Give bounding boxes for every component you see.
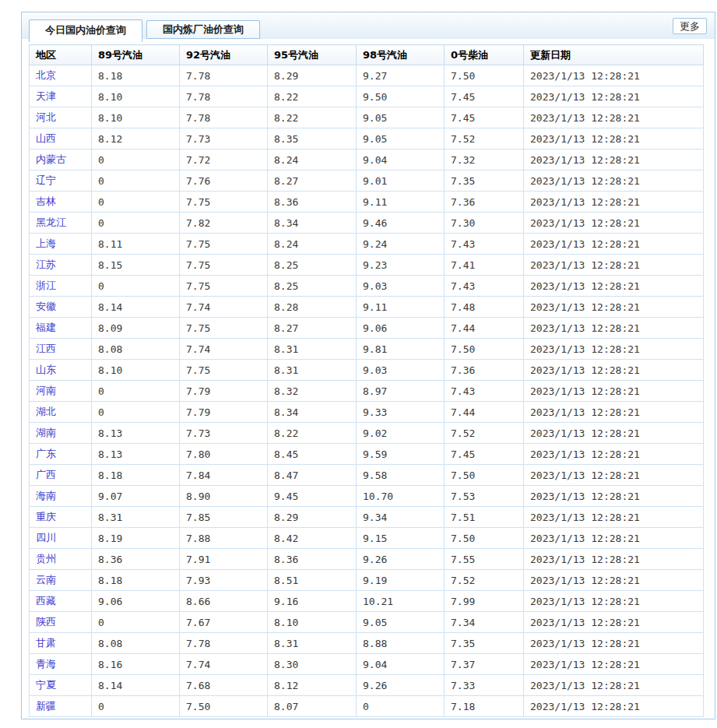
region-cell: 四川 — [30, 528, 92, 549]
region-link[interactable]: 北京 — [36, 69, 56, 81]
region-link[interactable]: 宁夏 — [36, 679, 56, 691]
table-row: 宁夏8.147.688.129.267.332023/1/13 12:28:21 — [30, 675, 704, 696]
price-cell: 8.13 — [92, 444, 180, 465]
region-link[interactable]: 江苏 — [36, 258, 56, 270]
price-cell: 7.72 — [180, 149, 268, 171]
price-cell: 7.50 — [445, 528, 524, 549]
region-link[interactable]: 重庆 — [36, 511, 56, 522]
price-cell: 9.46 — [357, 213, 445, 234]
region-link[interactable]: 湖南 — [36, 427, 56, 438]
region-link[interactable]: 上海 — [36, 237, 56, 249]
region-cell: 云南 — [30, 570, 92, 591]
region-link[interactable]: 辽宁 — [36, 174, 56, 186]
table-row: 河南07.798.328.977.432023/1/13 12:28:21 — [30, 381, 704, 402]
price-cell: 8.27 — [268, 171, 357, 192]
price-cell: 9.02 — [357, 423, 445, 444]
more-button[interactable]: 更多 — [673, 18, 707, 34]
region-link[interactable]: 天津 — [36, 90, 56, 102]
region-cell: 宁夏 — [30, 675, 92, 696]
price-cell: 8.18 — [92, 65, 180, 86]
price-cell: 8.36 — [92, 549, 180, 570]
region-link[interactable]: 河北 — [36, 111, 56, 123]
price-cell: 7.78 — [180, 65, 268, 86]
price-cell: 7.78 — [180, 86, 268, 107]
price-cell: 8.51 — [268, 570, 357, 591]
price-cell: 9.03 — [357, 360, 445, 381]
price-cell: 7.99 — [445, 591, 524, 612]
region-cell: 西藏 — [30, 591, 92, 612]
price-cell: 7.82 — [180, 213, 268, 234]
price-cell: 8.88 — [357, 633, 445, 654]
region-link[interactable]: 广西 — [36, 469, 56, 480]
tab-refinery-oil-price[interactable]: 国内炼厂油价查询 — [146, 20, 260, 39]
region-link[interactable]: 陕西 — [36, 616, 56, 628]
table-row: 浙江07.758.259.037.432023/1/13 12:28:21 — [30, 276, 704, 297]
region-cell: 河北 — [30, 107, 92, 128]
region-link[interactable]: 内蒙古 — [36, 153, 66, 165]
price-cell: 9.19 — [357, 570, 445, 591]
price-cell: 8.45 — [268, 444, 357, 465]
region-cell: 广东 — [30, 444, 92, 465]
region-link[interactable]: 青海 — [36, 658, 56, 670]
region-link[interactable]: 河南 — [36, 385, 56, 396]
price-cell: 7.33 — [445, 675, 524, 696]
region-link[interactable]: 甘肃 — [36, 637, 56, 649]
region-cell: 海南 — [30, 486, 92, 507]
update-date-cell: 2023/1/13 12:28:21 — [524, 549, 704, 570]
price-cell: 0 — [92, 612, 180, 633]
region-link[interactable]: 吉林 — [36, 195, 56, 207]
region-link[interactable]: 浙江 — [36, 280, 56, 291]
price-cell: 9.05 — [357, 612, 445, 633]
price-cell: 7.80 — [180, 444, 268, 465]
price-cell: 7.44 — [445, 402, 524, 423]
region-link[interactable]: 海南 — [36, 490, 56, 501]
price-cell: 0 — [92, 149, 180, 171]
update-date-cell: 2023/1/13 12:28:21 — [524, 423, 704, 444]
update-date-cell: 2023/1/13 12:28:21 — [524, 528, 704, 549]
price-cell: 9.23 — [357, 255, 445, 276]
region-link[interactable]: 江西 — [36, 343, 56, 354]
price-cell: 7.52 — [445, 128, 524, 149]
region-link[interactable]: 黑龙江 — [36, 216, 66, 228]
tab-domestic-oil-price-today[interactable]: 今日国内油价查询 — [29, 19, 142, 42]
table-row: 福建8.097.758.279.067.442023/1/13 12:28:21 — [30, 318, 704, 339]
update-date-cell: 2023/1/13 12:28:21 — [524, 675, 704, 696]
region-cell: 广西 — [30, 465, 92, 486]
update-date-cell: 2023/1/13 12:28:21 — [524, 360, 704, 381]
region-link[interactable]: 西藏 — [36, 595, 56, 607]
region-link[interactable]: 福建 — [36, 322, 56, 333]
table-row: 山东8.107.758.319.037.362023/1/13 12:28:21 — [30, 360, 704, 381]
price-cell: 7.67 — [180, 612, 268, 633]
region-link[interactable]: 新疆 — [36, 700, 56, 712]
region-link[interactable]: 山东 — [36, 364, 56, 375]
price-cell: 9.11 — [357, 192, 445, 213]
price-cell: 8.13 — [92, 423, 180, 444]
price-cell: 8.09 — [92, 318, 180, 339]
region-link[interactable]: 湖北 — [36, 406, 56, 417]
region-link[interactable]: 安徽 — [36, 301, 56, 312]
region-cell: 山西 — [30, 128, 92, 149]
price-cell: 10.21 — [357, 591, 445, 612]
price-cell: 8.08 — [92, 633, 180, 654]
region-cell: 吉林 — [30, 192, 92, 213]
price-cell: 8.36 — [268, 192, 357, 213]
price-cell: 9.24 — [357, 234, 445, 255]
region-link[interactable]: 山西 — [36, 132, 56, 144]
region-link[interactable]: 云南 — [36, 574, 56, 586]
region-link[interactable]: 广东 — [36, 448, 56, 459]
region-cell: 江苏 — [30, 255, 92, 276]
price-cell: 9.03 — [357, 276, 445, 297]
region-link[interactable]: 贵州 — [36, 553, 56, 564]
price-cell: 7.41 — [445, 255, 524, 276]
table-row: 广西8.187.848.479.587.502023/1/13 12:28:21 — [30, 465, 704, 486]
price-cell: 7.50 — [445, 339, 524, 360]
price-cell: 8.08 — [92, 339, 180, 360]
update-date-cell: 2023/1/13 12:28:21 — [524, 696, 704, 717]
region-link[interactable]: 四川 — [36, 532, 56, 543]
price-cell: 9.26 — [357, 549, 445, 570]
price-cell: 0 — [92, 171, 180, 192]
price-cell: 8.22 — [268, 423, 357, 444]
region-cell: 贵州 — [30, 549, 92, 570]
price-cell: 8.97 — [357, 381, 445, 402]
price-cell: 7.75 — [180, 318, 268, 339]
